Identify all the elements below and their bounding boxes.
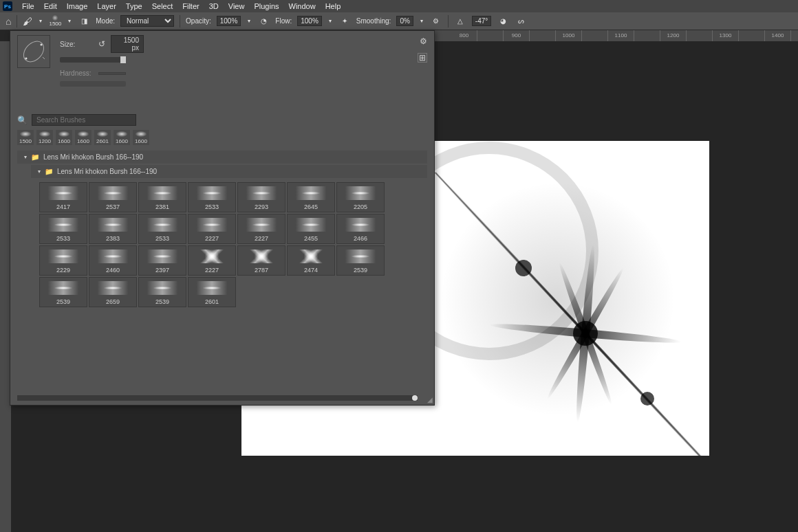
brush-thumbnail[interactable]: 2383 <box>89 214 137 244</box>
recent-brush[interactable]: 2601 <box>94 130 111 145</box>
brush-thumbnail[interactable]: 2539 <box>39 277 87 307</box>
svg-point-11 <box>20 38 47 65</box>
brush-thumbnail[interactable]: 2601 <box>188 277 236 307</box>
svg-point-10 <box>640 392 654 406</box>
menu-3d[interactable]: 3D <box>209 2 219 10</box>
chevron-down-icon: ▾ <box>38 168 41 175</box>
brush-thumbnail[interactable]: 2787 <box>237 245 285 276</box>
brush-thumbnail[interactable]: 2537 <box>89 182 137 212</box>
brush-thumbnail[interactable]: 2539 <box>336 245 385 276</box>
hardness-slider <box>60 81 126 87</box>
panel-resize-handle[interactable]: ◢ <box>427 396 433 403</box>
menu-plugins[interactable]: Plugins <box>254 2 279 10</box>
panel-settings-icon[interactable]: ⚙ <box>420 36 427 46</box>
brush-thumbnail[interactable]: 2227 <box>188 214 236 244</box>
brush-thumbnail[interactable]: 2293 <box>237 182 285 212</box>
folder-icon: 📁 <box>45 168 53 175</box>
svg-point-9 <box>515 260 532 276</box>
size-pressure-icon[interactable]: ◕ <box>497 15 509 27</box>
recent-brush[interactable]: 1600 <box>75 130 91 145</box>
brush-thumbnail[interactable]: 2474 <box>287 245 335 276</box>
brush-preset-picker[interactable]: 1500 <box>49 15 61 27</box>
flow-value[interactable]: 100% <box>297 16 322 26</box>
size-value[interactable]: 1500 px <box>111 35 144 53</box>
airbrush-icon[interactable]: ✦ <box>338 15 351 27</box>
menu-file[interactable]: File <box>22 2 34 10</box>
brush-thumbnail[interactable]: 2460 <box>89 245 137 276</box>
smoothing-options-icon[interactable]: ⚙ <box>430 15 442 27</box>
blend-mode-select[interactable]: Normal <box>120 15 174 27</box>
recent-brush[interactable]: 1600 <box>56 130 72 145</box>
mode-label: Mode: <box>96 17 115 25</box>
folder-icon: 📁 <box>31 153 39 161</box>
size-reset-icon[interactable]: ↺ <box>98 39 105 49</box>
svg-point-12 <box>25 58 28 60</box>
brush-search-input[interactable] <box>32 114 136 126</box>
brush-thumbnail[interactable]: 2417 <box>39 182 87 212</box>
flow-label: Flow: <box>275 17 292 25</box>
recent-brush[interactable]: 1600 <box>114 130 130 145</box>
brush-thumbnail[interactable]: 2533 <box>138 214 186 244</box>
opacity-label: Opacity: <box>186 17 211 25</box>
brush-settings-icon[interactable]: ◨ <box>78 15 90 27</box>
angle-value[interactable]: -47° <box>472 16 491 26</box>
new-brush-icon[interactable]: ⊞ <box>418 53 427 63</box>
brush-thumbnail[interactable]: 2229 <box>39 245 87 276</box>
brush-thumbnail[interactable]: 2227 <box>188 245 236 276</box>
menu-layer[interactable]: Layer <box>97 2 116 10</box>
brush-thumbnail[interactable]: 2533 <box>188 182 236 212</box>
brush-folder[interactable]: ▾ 📁 Lens Mri khokon Bursh 166--190 <box>17 151 427 164</box>
brush-thumbnail[interactable]: 2533 <box>39 214 87 244</box>
options-bar: ⌂ 🖌 ▾ 1500 ▾ ◨ Mode: Normal Opacity: 100… <box>0 12 798 30</box>
menu-window[interactable]: Window <box>289 2 316 10</box>
smoothing-label: Smoothing: <box>356 17 391 25</box>
brush-tip-preview <box>17 35 50 68</box>
home-icon[interactable]: ⌂ <box>6 16 11 27</box>
brush-thumbnail[interactable]: 2539 <box>138 277 186 307</box>
app-icon: Ps <box>3 1 12 11</box>
brush-thumbnail[interactable]: 2466 <box>336 214 385 244</box>
symmetry-icon[interactable]: ᔕ <box>515 15 527 27</box>
menu-image[interactable]: Image <box>67 2 88 10</box>
svg-point-13 <box>41 44 43 46</box>
opacity-value[interactable]: 100% <box>217 16 241 26</box>
brush-thumbnail[interactable]: 2397 <box>138 245 186 276</box>
menu-edit[interactable]: Edit <box>44 2 57 10</box>
brush-thumbnail[interactable]: 2227 <box>237 214 285 244</box>
chevron-down-icon: ▾ <box>24 154 27 160</box>
smoothing-value[interactable]: 0% <box>396 16 413 26</box>
opacity-pressure-icon[interactable]: ◔ <box>257 15 270 27</box>
brush-preset-panel: ⚙ ⊞ Size: ↺ 1500 px Hardness: 🔍 15001200… <box>10 30 435 406</box>
search-icon: 🔍 <box>17 115 28 125</box>
brush-grid: 2417253723812533229326452205253323832533… <box>10 179 434 310</box>
menu-help[interactable]: Help <box>325 2 341 10</box>
hardness-value <box>98 72 126 75</box>
size-slider[interactable] <box>60 57 126 63</box>
tool-preset-dropdown[interactable]: ▾ <box>38 18 43 24</box>
brush-tool-icon[interactable]: 🖌 <box>23 16 32 27</box>
brush-folder-nested[interactable]: ▾ 📁 Lens Mri khokon Bursh 166--190 <box>31 165 427 178</box>
size-label: Size: <box>60 41 93 48</box>
recent-brush[interactable]: 1200 <box>36 130 53 145</box>
brush-thumbnail[interactable]: 2381 <box>138 182 186 212</box>
brush-thumbnail[interactable]: 2455 <box>287 214 335 244</box>
menu-select[interactable]: Select <box>152 2 173 10</box>
menu-filter[interactable]: Filter <box>182 2 199 10</box>
svg-line-14 <box>43 57 45 59</box>
brush-thumbnail[interactable]: 2659 <box>89 277 137 307</box>
menubar: Ps File Edit Image Layer Type Select Fil… <box>0 0 798 12</box>
svg-point-8 <box>573 321 598 346</box>
recent-brush[interactable]: 1600 <box>133 130 149 145</box>
angle-icon[interactable]: △ <box>454 15 466 27</box>
recent-brushes: 1500120016001600260116001600 <box>10 130 434 149</box>
brush-thumbnail[interactable]: 2645 <box>287 182 335 212</box>
recent-brush[interactable]: 1500 <box>17 130 34 145</box>
brush-thumbnail[interactable]: 2205 <box>336 182 385 212</box>
menu-type[interactable]: Type <box>126 2 142 10</box>
hardness-label: Hardness: <box>60 69 93 77</box>
menu-view[interactable]: View <box>228 2 245 10</box>
panel-scrollbar[interactable] <box>17 395 418 401</box>
